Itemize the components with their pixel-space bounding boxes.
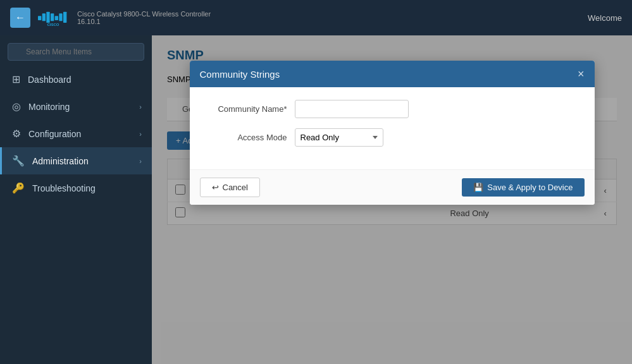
dashboard-icon: ⊞ [12, 73, 20, 85]
cancel-icon: ↩ [212, 183, 219, 192]
access-mode-select[interactable]: Read Only Read Write [295, 128, 383, 147]
sidebar-item-label: Configuration [28, 129, 139, 139]
access-mode-row: Access Mode Read Only Read Write [205, 128, 579, 147]
administration-icon: 🔧 [12, 155, 25, 167]
svg-rect-1 [42, 13, 46, 21]
modal-overlay: Community Strings × Community Name* Acce… [152, 35, 632, 364]
cisco-logo: CISCO [38, 9, 68, 27]
modal-body: Community Name* Access Mode Read Only Re… [190, 87, 595, 169]
svg-rect-6 [63, 12, 66, 23]
app-version: 16.10.1 [77, 18, 588, 25]
modal-header: Community Strings × [190, 61, 595, 87]
sidebar-item-label: Administration [32, 156, 139, 166]
community-name-row: Community Name* [205, 100, 579, 118]
back-button[interactable]: ← [10, 8, 30, 28]
svg-rect-4 [55, 16, 58, 20]
cancel-button[interactable]: ↩ Cancel [200, 178, 260, 197]
chevron-right-icon: › [139, 130, 142, 138]
monitoring-icon: ◎ [12, 100, 21, 112]
svg-rect-5 [59, 13, 62, 21]
svg-rect-3 [51, 13, 54, 21]
sidebar-item-administration[interactable]: 🔧 Administration › [0, 147, 152, 174]
sidebar-item-configuration[interactable]: ⚙ Configuration › [0, 120, 152, 147]
sidebar: 🔍 ⊞ Dashboard ◎ Monitoring › ⚙ Configura… [0, 35, 152, 364]
modal-footer: ↩ Cancel 💾 Save & Apply to Device [190, 169, 595, 205]
save-label: Save & Apply to Device [487, 183, 573, 192]
sidebar-item-label: Dashboard [28, 75, 142, 85]
app-header: ← CISCO Cisco Catalyst 9800-CL Wireless … [0, 0, 632, 35]
svg-text:CISCO: CISCO [47, 23, 59, 27]
welcome-text: Welcome [588, 13, 622, 23]
cancel-label: Cancel [223, 183, 248, 192]
access-mode-label: Access Mode [205, 133, 287, 142]
search-container: 🔍 [0, 35, 152, 66]
svg-rect-2 [46, 12, 49, 23]
modal-title: Community Strings [200, 69, 280, 80]
save-button[interactable]: 💾 Save & Apply to Device [462, 178, 584, 197]
configuration-icon: ⚙ [12, 128, 21, 140]
modal-close-button[interactable]: × [578, 68, 585, 80]
search-wrapper: 🔍 [8, 43, 144, 61]
sidebar-item-label: Monitoring [28, 102, 139, 112]
community-name-input[interactable] [295, 100, 409, 118]
save-icon: 💾 [473, 183, 483, 192]
sidebar-item-label: Troubleshooting [32, 183, 142, 193]
chevron-right-icon: › [139, 157, 142, 165]
sidebar-item-troubleshooting[interactable]: 🔑 Troubleshooting [0, 174, 152, 202]
chevron-right-icon: › [139, 103, 142, 111]
app-title: Cisco Catalyst 9800-CL Wireless Controll… [77, 10, 588, 18]
main-content: SNMP SNMP Mode ENABLED 👁 General Communi… [152, 35, 632, 364]
community-name-label: Community Name* [205, 104, 287, 114]
sidebar-item-monitoring[interactable]: ◎ Monitoring › [0, 93, 152, 120]
svg-rect-0 [38, 16, 41, 20]
app-body: 🔍 ⊞ Dashboard ◎ Monitoring › ⚙ Configura… [0, 35, 632, 364]
community-strings-modal: Community Strings × Community Name* Acce… [190, 61, 595, 205]
troubleshooting-icon: 🔑 [12, 182, 25, 194]
search-input[interactable] [8, 43, 144, 61]
sidebar-item-dashboard[interactable]: ⊞ Dashboard [0, 66, 152, 93]
